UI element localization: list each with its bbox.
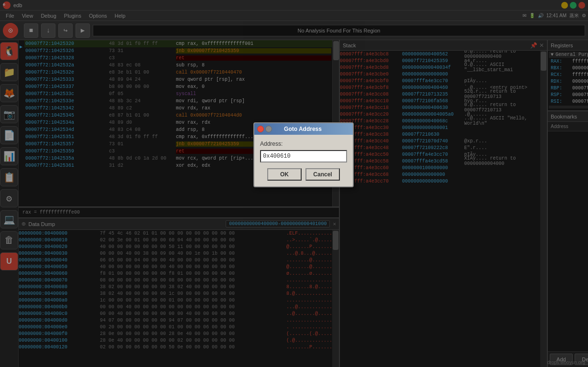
goto-dialog-body: Address: OK Cancel (254, 135, 353, 186)
goto-dialog-buttons: OK Cancel (260, 168, 347, 181)
goto-dialog-title: Goto Address (256, 126, 350, 132)
goto-cancel-button[interactable]: Cancel (305, 168, 340, 181)
goto-address-label: Address: (260, 140, 347, 147)
goto-ok-button[interactable]: OK (267, 168, 302, 181)
goto-address-input[interactable] (260, 150, 347, 162)
goto-dialog: Goto Address Address: OK Cancel (253, 122, 354, 187)
modal-overlay: Goto Address Address: OK Cancel (0, 0, 588, 367)
goto-dialog-titlebar: Goto Address (254, 123, 353, 135)
